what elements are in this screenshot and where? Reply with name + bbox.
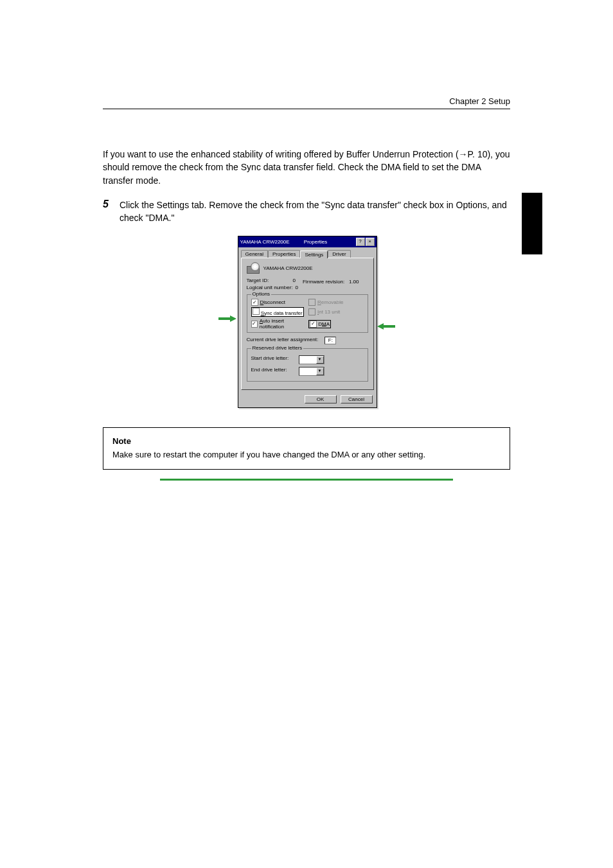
reserved-legend: Reserved drive letters [251,345,304,351]
note-title: Note [112,436,501,448]
properties-dialog-figure: YAMAHA CRW2200E Properties ? × General P… [238,236,376,408]
checkbox-removable-label: emovable [321,299,344,305]
tab-general[interactable]: General [241,250,268,258]
device-name: YAMAHA CRW2200E [263,265,313,271]
target-id-value: 0 [293,278,296,283]
current-drive-value: F: [324,337,336,344]
side-chapter-tab [522,193,542,254]
firmware-value: 1.00 [349,279,359,285]
callout-arrow-sync [218,315,236,322]
step-5: 5 Click the Settings tab. Remove the che… [103,199,510,225]
cdrom-icon [247,262,260,274]
help-button[interactable]: ? [356,238,365,246]
firmware-label: Firmware revision: [303,279,346,285]
checkbox-disconnect-label: isconnect [263,299,285,305]
tab-driver[interactable]: Driver [328,250,350,258]
breadcrumb: Chapter 2 Setup [103,96,510,106]
reserved-group: Reserved drive letters Start drive lette… [247,348,368,382]
step-number: 5 [103,199,114,225]
tab-settings[interactable]: Settings [300,251,328,258]
dialog-titlebar: YAMAHA CRW2200E Properties ? × [238,236,377,247]
ok-button[interactable]: OK [305,395,337,403]
properties-dialog: YAMAHA CRW2200E Properties ? × General P… [238,236,377,408]
step-text: Click the Settings tab. Remove the check… [120,199,510,225]
checkbox-auto-insert[interactable]: ✓ Auto insert notification [251,318,306,330]
settings-panel: YAMAHA CRW2200E Target ID: 0 Firmware re… [241,258,374,390]
note-box: Note Make sure to restart the computer i… [103,427,510,470]
close-button[interactable]: × [366,238,375,246]
end-drive-select[interactable]: ▼ [299,367,324,376]
lun-value: 0 [296,285,298,290]
header-rule [103,109,510,109]
tab-properties[interactable]: Properties [268,250,300,258]
cancel-button[interactable]: Cancel [341,395,373,403]
callout-arrow-dma [377,323,395,330]
checkbox-int13: Int 13 unit [308,307,364,317]
tabs-row: General Properties Settings Driver [238,247,377,258]
dialog-title-device: YAMAHA CRW2200E [240,239,290,245]
options-group: Options ✓ Disconnect Removable Sync da [247,294,368,333]
end-drive-label: End drive letter: [251,367,296,376]
checkbox-removable: Removable [308,299,364,306]
intro-paragraph: If you want to use the enhanced stabilit… [103,148,510,187]
options-legend: Options [251,291,272,297]
start-drive-select[interactable]: ▼ [299,355,324,364]
lun-label: Logical unit number: [247,285,293,290]
checkbox-sync-data-transfer[interactable]: Sync data transfer [251,307,306,317]
start-drive-label: Start drive letter: [251,355,296,364]
checkbox-int13-label: nt 13 unit [319,309,340,315]
note-body: Make sure to restart the computer if you… [112,449,501,461]
dialog-title-properties: Properties [304,239,327,245]
checkbox-disconnect[interactable]: ✓ Disconnect [251,299,306,306]
checkbox-sync-label: ync data transfer [264,310,303,316]
section-rule [160,479,453,481]
current-drive-label: Current drive letter assignment: [247,337,319,344]
checkbox-dma[interactable]: ✓ DMA [308,318,364,330]
chevron-down-icon: ▼ [316,356,324,364]
target-id-label: Target ID: [247,278,290,283]
checkbox-auto-insert-label: uto insert notification [260,318,284,330]
chevron-down-icon: ▼ [316,368,324,375]
